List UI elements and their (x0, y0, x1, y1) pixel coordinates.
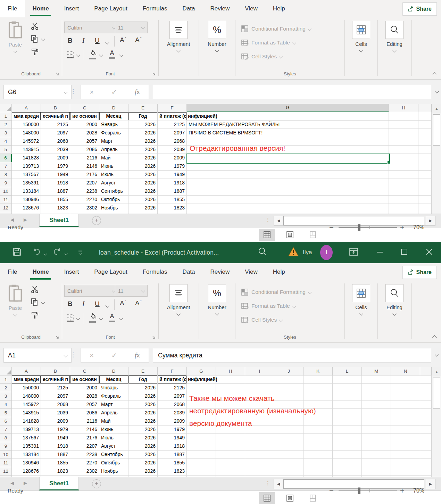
cell-A10[interactable]: 133184 (12, 451, 41, 459)
cell-A1[interactable]: мма креди (12, 375, 41, 384)
cell-x12[interactable] (420, 467, 432, 476)
prev-sheet-icon[interactable]: ◀ (10, 480, 14, 486)
cell-N2[interactable] (391, 384, 420, 392)
cell-M6[interactable] (362, 417, 391, 425)
underline-button[interactable]: U (95, 37, 100, 44)
cell-H11[interactable] (389, 196, 418, 204)
number-button[interactable]: % Number (203, 21, 231, 53)
cell-x7[interactable] (420, 425, 432, 434)
cell-D10[interactable]: Сентябрь (99, 187, 128, 196)
formula-input[interactable]: Сумма кредита (153, 348, 431, 363)
hscroll-left-icon[interactable]: ◀ (274, 216, 283, 226)
cell-x6[interactable] (420, 417, 432, 425)
cell-K3[interactable] (303, 392, 333, 400)
avatar[interactable]: I (320, 245, 333, 260)
cell-H1[interactable] (389, 112, 418, 121)
cell-x1[interactable] (420, 375, 432, 384)
close-button[interactable] (425, 248, 433, 257)
format-painter-icon[interactable] (31, 311, 39, 320)
cell-C1[interactable]: ие основн (70, 112, 99, 121)
font-dialog-launcher-icon[interactable] (152, 72, 156, 76)
fill-color-button[interactable] (89, 50, 97, 59)
row-header-11[interactable]: 11 (0, 459, 12, 467)
prev-sheet-icon[interactable]: ◀ (10, 217, 14, 222)
next-sheet-icon[interactable]: ▶ (24, 217, 27, 222)
cell-F6[interactable]: 2009 (158, 154, 187, 162)
selected-cell[interactable] (186, 154, 390, 164)
column-header-B[interactable]: B (41, 104, 70, 112)
cell-B12[interactable]: 1823 (41, 204, 70, 212)
cell-A9[interactable]: 135391 (12, 179, 41, 187)
cell-B10[interactable]: 1887 (41, 451, 70, 459)
cell-D4[interactable]: Март (99, 400, 128, 409)
cell-A11[interactable]: 130946 (12, 459, 41, 467)
insert-function-icon[interactable]: fx (135, 88, 140, 96)
cell-A6[interactable]: 141828 (12, 417, 41, 425)
cell-x1[interactable] (418, 112, 432, 121)
cell-N12[interactable] (391, 467, 420, 476)
cell-L2[interactable] (333, 384, 362, 392)
row-header-3[interactable]: 3 (0, 392, 12, 400)
cell-styles-button[interactable]: Cell Styles (241, 53, 282, 60)
name-box[interactable]: A1 (3, 348, 72, 363)
copy-dropdown-icon[interactable] (41, 37, 45, 41)
cell-J9[interactable] (274, 442, 303, 451)
column-header-C[interactable]: C (70, 104, 99, 112)
cell-E10[interactable]: 2026 (128, 451, 158, 459)
cell-J10[interactable] (274, 451, 303, 459)
cell-E5[interactable]: 2026 (128, 409, 158, 417)
cell-N4[interactable] (391, 400, 420, 409)
cell-K8[interactable] (303, 434, 333, 442)
cell-B3[interactable]: 2097 (41, 129, 70, 137)
editing-button[interactable]: Editing (381, 284, 408, 316)
cell-H2[interactable] (216, 384, 245, 392)
cell-H12[interactable] (216, 467, 245, 476)
cell-B3[interactable]: 2097 (41, 392, 70, 400)
alignment-button[interactable]: Alignment (165, 21, 192, 53)
cell-E7[interactable]: 2026 (128, 425, 158, 434)
cancel-icon[interactable]: × (90, 88, 94, 96)
cell-H8[interactable] (389, 171, 418, 179)
cell-L3[interactable] (333, 392, 362, 400)
cell-G2[interactable] (187, 384, 216, 392)
cell-A12[interactable]: 128676 (12, 467, 41, 476)
cell-N11[interactable] (391, 459, 420, 467)
cell-F2[interactable]: 2125 (158, 384, 187, 392)
fill-color-button[interactable] (89, 313, 97, 323)
view-page-break-button[interactable] (305, 492, 321, 504)
cell-G12[interactable] (187, 467, 216, 476)
cell-M3[interactable] (362, 392, 391, 400)
collapse-ribbon-button[interactable] (432, 335, 437, 340)
font-color-dropdown-icon[interactable] (119, 53, 123, 57)
cell-D6[interactable]: Май (99, 417, 128, 425)
cell-B7[interactable]: 1979 (41, 425, 70, 434)
grow-font-button[interactable]: Aˆ (120, 36, 126, 44)
cell-D1[interactable]: Месяц (99, 112, 128, 121)
shrink-font-button[interactable]: Aˇ (135, 299, 141, 307)
cell-C4[interactable]: 2057 (70, 137, 99, 146)
cell-C7[interactable]: 2146 (70, 162, 99, 171)
cell-G9[interactable] (187, 442, 216, 451)
cell-E1[interactable]: Год (128, 375, 158, 384)
insert-function-icon[interactable]: fx (135, 352, 140, 359)
cell-M1[interactable] (362, 375, 391, 384)
cell-G11[interactable] (187, 459, 216, 467)
conditional-formatting-button[interactable]: Conditional Formatting (241, 288, 311, 296)
cell-x3[interactable] (418, 129, 432, 137)
sheet-tab[interactable]: Sheet1 (39, 477, 79, 490)
row-header-5[interactable]: 5 (0, 146, 12, 154)
cell-B5[interactable]: 2039 (41, 409, 70, 417)
cell-G8[interactable] (187, 171, 389, 179)
cell-J6[interactable] (274, 417, 303, 425)
row-header-7[interactable]: 7 (0, 425, 12, 434)
cell-E2[interactable]: 2026 (128, 121, 158, 129)
zoom-slider-track[interactable] (339, 227, 397, 228)
cell-C3[interactable]: 2028 (70, 392, 99, 400)
cell-D4[interactable]: Март (99, 137, 128, 146)
column-header-I[interactable]: I (245, 367, 274, 375)
font-color-dropdown-icon[interactable] (119, 316, 123, 320)
cell-N1[interactable] (391, 375, 420, 384)
row-header-2[interactable]: 2 (0, 121, 12, 129)
cell-M2[interactable] (362, 384, 391, 392)
cell-D5[interactable]: Апрель (99, 146, 128, 154)
